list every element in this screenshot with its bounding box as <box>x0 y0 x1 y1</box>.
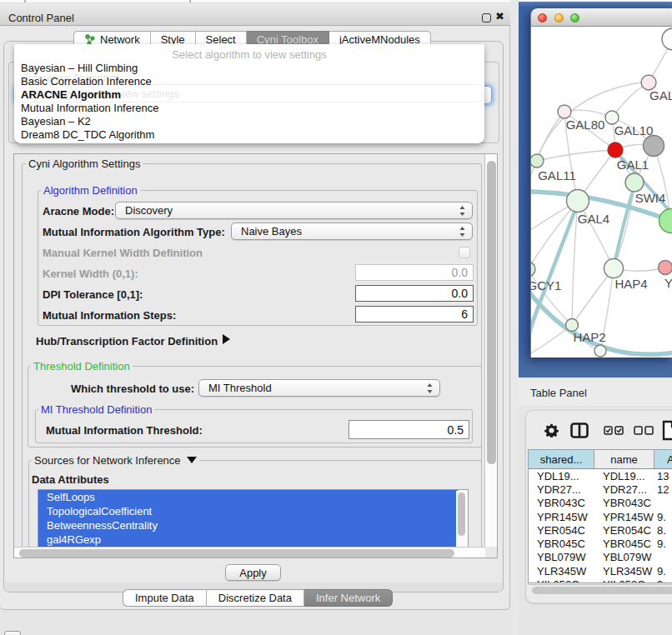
data-attributes-list[interactable]: SelfLoopsTopologicalCoefficientBetweenne… <box>38 489 469 547</box>
table-header-row: shared...nameA <box>529 450 672 469</box>
mi-algorithm-type-combobox[interactable]: Naive Bayes <box>231 222 473 240</box>
node-hap4[interactable] <box>604 259 624 278</box>
popup-item-basic-correlation-inference[interactable]: Basic Correlation Inference <box>14 75 484 88</box>
popup-placeholder-item[interactable]: Select algorithm to view settings <box>14 48 484 62</box>
table-cell: YDL19... <box>529 469 594 482</box>
table-cell <box>654 551 672 564</box>
table-cell: YDL19... <box>594 469 654 482</box>
toolbar-remnant-tick <box>189 0 191 2</box>
node-gcy1[interactable] <box>531 262 535 277</box>
checked-columns-icon[interactable] <box>604 426 624 435</box>
document-icon[interactable] <box>662 420 672 441</box>
node-gal4-label: GAL4 <box>578 212 609 226</box>
table-cell: 9. <box>654 564 672 578</box>
network-edge[interactable] <box>572 268 614 325</box>
table-row[interactable]: YBR043CYBR043C <box>529 497 672 510</box>
network-window-titlebar[interactable] <box>531 8 672 27</box>
node-green-right[interactable] <box>659 209 672 233</box>
float-window-icon[interactable] <box>482 13 491 22</box>
combo-arrows-icon <box>459 225 466 238</box>
column-header-a[interactable]: A <box>654 450 672 468</box>
partial-checkbox[interactable] <box>4 631 21 635</box>
combo-arrows-icon <box>459 204 466 218</box>
list-scrollbar-thumb[interactable] <box>458 492 465 536</box>
node-gal10[interactable] <box>605 111 619 124</box>
minimize-traffic-light-icon[interactable] <box>554 13 564 22</box>
dpi-tolerance-label: DPI Tolerance [0,1]: <box>43 288 143 301</box>
popup-item-bayesian-hill-climbing[interactable]: Bayesian – Hill Climbing <box>14 62 484 75</box>
popup-item-dream8-dc-tdc-algorithm[interactable]: Dream8 DC_TDC Algorithm <box>14 128 484 142</box>
attribute-item-gal4rgexp[interactable]: gal4RGexp <box>38 532 458 547</box>
table-horizontal-scrollbar[interactable] <box>528 584 672 596</box>
collapse-arrow-icon[interactable] <box>187 457 197 463</box>
table-row[interactable]: YDR27...YDR27...12 <box>529 482 672 496</box>
table-row[interactable]: YLR345WYLR345W9. <box>529 564 672 578</box>
data-attributes-label: Data Attributes <box>32 473 109 486</box>
control-panel-titlebar[interactable]: Control Panel ✖ <box>0 3 510 26</box>
table-row[interactable]: YPR145WYPR145W9. <box>529 510 672 523</box>
zoom-traffic-light-icon[interactable] <box>570 13 579 22</box>
dpi-tolerance-field[interactable]: 0.0 <box>355 285 474 302</box>
network-edge[interactable] <box>537 112 564 161</box>
mi-threshold-field[interactable]: 0.5 <box>349 420 469 439</box>
aracne-mode-combobox[interactable]: Discovery <box>115 202 473 219</box>
table-cell: YBL079W <box>529 551 594 564</box>
network-edge[interactable] <box>531 201 578 269</box>
attribute-item-betweennesscentrality[interactable]: BetweennessCentrality <box>38 518 458 532</box>
column-header-name[interactable]: name <box>594 450 654 468</box>
table-row[interactable]: YER054CYER054C8. <box>529 523 672 537</box>
node-gal1[interactable] <box>608 142 623 158</box>
bottom-tab-discretize-data[interactable]: Discretize Data <box>207 589 304 607</box>
node-pink-right[interactable] <box>659 261 672 275</box>
bottom-tab-impute-data[interactable]: Impute Data <box>123 589 207 607</box>
table-row[interactable]: YDL19...YDL19...13 <box>529 469 672 482</box>
split-pane-divider[interactable] <box>510 0 519 635</box>
table-cell: YIL052C <box>594 578 654 583</box>
split-table-icon[interactable] <box>570 422 589 438</box>
node-gal1-label: GAL1 <box>617 158 649 172</box>
node-table[interactable]: shared...nameA YDL19...YDL19...13YDR27..… <box>528 449 672 583</box>
horizontal-scrollbar[interactable] <box>14 547 485 558</box>
table-cell: YBL079W <box>594 551 654 564</box>
network-edge-thick[interactable] <box>614 185 634 268</box>
apply-button[interactable]: Apply <box>225 564 281 581</box>
node-gal80[interactable] <box>558 105 571 118</box>
gear-icon[interactable] <box>544 423 559 438</box>
popup-item-mutual-information-inference[interactable]: Mutual Information Inference <box>14 102 484 115</box>
unchecked-columns-icon[interactable] <box>634 426 654 435</box>
node-top-right[interactable] <box>662 28 672 50</box>
close-icon[interactable]: ✖ <box>495 10 507 23</box>
node-bottom[interactable] <box>594 345 606 357</box>
kernel-width-field[interactable]: 0.0 <box>355 264 474 281</box>
node-gray[interactable] <box>644 136 664 157</box>
aracne-mode-label: Aracne Mode: <box>43 205 114 218</box>
popup-item-aracne-algorithm[interactable]: ARACNE Algorithm <box>14 88 484 102</box>
manual-kernel-width-checkbox[interactable] <box>459 247 470 258</box>
list-vertical-scrollbar[interactable] <box>456 491 467 547</box>
network-edge[interactable] <box>537 150 615 161</box>
table-scrollbar-thumb[interactable] <box>532 587 672 594</box>
expand-arrow-icon[interactable] <box>223 334 230 344</box>
vertical-scrollbar[interactable] <box>484 154 498 547</box>
application-root: Control Panel ✖ Inference Algorithm Sele… <box>0 0 672 635</box>
horizontal-scrollbar-thumb[interactable] <box>19 549 454 558</box>
network-canvas[interactable]: GAL2GAL80GAL10GAL1GAL11SWI4GAL4GCY1HAP4Y… <box>531 27 672 358</box>
bottom-tab-infer-network[interactable]: Infer Network <box>304 589 393 607</box>
table-row[interactable]: YIL052CYIL052C9 <box>529 578 672 583</box>
table-toolbar <box>526 418 672 442</box>
attribute-item-selfloops[interactable]: SelfLoops <box>38 490 458 504</box>
node-gal11[interactable] <box>531 154 544 168</box>
bottom-tabbar: Impute DataDiscretize DataInfer Network <box>123 589 393 607</box>
table-row[interactable]: YBL079WYBL079W <box>529 551 672 564</box>
which-threshold-combobox[interactable]: MI Threshold <box>198 379 440 397</box>
popup-item-bayesian-k2[interactable]: Bayesian – K2 <box>14 115 484 128</box>
column-header-shared-[interactable]: shared... <box>529 450 594 468</box>
mi-steps-field[interactable]: 6 <box>355 306 474 322</box>
table-cell: YDR27... <box>529 482 594 496</box>
vertical-scrollbar-thumb[interactable] <box>487 161 496 464</box>
attribute-item-topologicalcoefficient[interactable]: TopologicalCoefficient <box>38 504 458 518</box>
close-traffic-light-icon[interactable] <box>538 13 547 22</box>
node-gal4[interactable] <box>567 190 589 212</box>
table-row[interactable]: YBR045CYBR045C9. <box>529 537 672 550</box>
node-swi4[interactable] <box>625 173 644 192</box>
